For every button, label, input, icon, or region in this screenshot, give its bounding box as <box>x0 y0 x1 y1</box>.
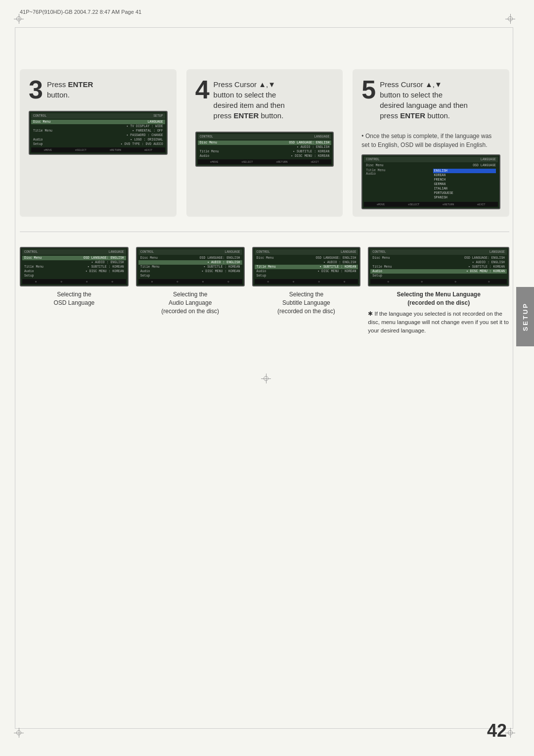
step-5-number: 5 <box>361 79 376 102</box>
step-3-row-2: • TV DISPLAY : WIDE <box>31 124 165 129</box>
step-4-row-2: • AUDIO : ENGLISH <box>198 145 332 149</box>
step-4-row-4: Audio• DISC MENU : KOREAN <box>198 154 332 158</box>
step-3-row-4: • PASSWORD : CHANGE <box>31 133 165 138</box>
step-4-row-3: Title Menu• SUBTITLE : KOREAN <box>198 149 332 154</box>
bottom-label-menu: Selecting the Menu Language(recorded on … <box>397 290 480 307</box>
step-3-row-5: Audio• LOGO : ORIGINAL <box>31 138 165 142</box>
step-3-text: Press ENTERbutton. <box>47 79 168 100</box>
lang-french: FRENCH <box>433 178 496 182</box>
bottom-item-menu: CONTROL LANGUAGE Disc MenuOSD LANGUAGE: … <box>368 247 509 335</box>
lang-german: GERMAN <box>433 182 496 187</box>
step-4-screen: CONTROL LANGUAGE Disc MenuOSD LANGUAGE: … <box>195 132 334 167</box>
lang-korean: KOREAN <box>433 173 496 178</box>
step-3-screen-header: CONTROL SETUP <box>31 113 165 119</box>
header-text: 41P~76P(910HD)-GB 2004.7.22 8:47 AM Page… <box>20 9 141 15</box>
step-5-footer: ⊙MOVE ⊙SELECT ⊙RETURN ⊙EXIT <box>364 202 498 207</box>
step-5-note: • Once the setup is complete, if the lan… <box>361 132 500 149</box>
step-3-row-1: Disc MenuLANGUAGE <box>31 120 165 124</box>
setup-label: SETUP <box>522 302 529 331</box>
crosshair-br <box>505 728 515 738</box>
step-4-footer: ⊙MOVE ⊙SELECT ⊙RETURN ⊙EXIT <box>198 159 332 164</box>
step-3-box: 3 Press ENTERbutton. CONTROL SETUP Disc … <box>20 69 177 217</box>
bottom-note-menu: ✱ If the language you selected is not re… <box>368 310 509 335</box>
steps-row: 3 Press ENTERbutton. CONTROL SETUP Disc … <box>20 69 509 217</box>
step-3-screen: CONTROL SETUP Disc MenuLANGUAGE • TV DIS… <box>29 111 168 155</box>
bottom-screen-audio: CONTROL LANGUAGE Disc MenuOSD LANGUAGE: … <box>136 247 245 286</box>
divider <box>20 232 509 232</box>
lang-italian: ITALIAN <box>433 187 496 191</box>
step-5-text: Press Cursor ▲,▼button to select thedesi… <box>380 79 500 121</box>
bottom-label-subtitle: Selecting theSubtitle Language(recorded … <box>277 290 335 315</box>
step-5-content: Title Menu Audio ENGLISH KOREAN FRENCH G… <box>364 168 498 201</box>
step-3-row-6: Setup• DVD TYPE : DVD AUDIO <box>31 142 165 146</box>
step-5-row-osd: Disc MenuOSD LANGUAGE <box>364 163 498 168</box>
step-4-row-1: Disc MenuOSD LANGUAGE: ENGLISH <box>198 141 332 145</box>
step-5-left: Title Menu Audio <box>364 168 431 201</box>
bottom-item-osd: CONTROL LANGUAGE Disc MenuOSD LANGUAGE: … <box>20 247 129 307</box>
step-4-screen-header: CONTROL LANGUAGE <box>198 134 332 140</box>
bottom-section: CONTROL LANGUAGE Disc MenuOSD LANGUAGE: … <box>20 247 509 335</box>
step-5-screen-header: CONTROL LANGUAGE <box>364 157 498 162</box>
bottom-screen-menu: CONTROL LANGUAGE Disc MenuOSD LANGUAGE: … <box>368 247 509 286</box>
page-number: 42 <box>487 720 507 741</box>
crosshair-tl <box>14 14 24 24</box>
bottom-screen-subtitle: CONTROL LANGUAGE Disc MenuOSD LANGUAGE: … <box>252 247 361 286</box>
step-4-box: 4 Press Cursor ▲,▼button to select thede… <box>186 69 343 217</box>
lang-portuguese: PORTUGUESE <box>433 191 496 195</box>
bottom-label-audio: Selecting theAudio Language(recorded on … <box>161 290 219 315</box>
step-5-box: 5 Press Cursor ▲,▼button to select thede… <box>353 69 509 217</box>
crosshair-bl <box>14 728 24 738</box>
step-4-text: Press Cursor ▲,▼button to select thedesi… <box>214 79 334 121</box>
header-bar: 41P~76P(910HD)-GB 2004.7.22 8:47 AM Page… <box>20 9 514 15</box>
lang-list: ENGLISH KOREAN FRENCH GERMAN ITALIAN POR… <box>431 168 498 201</box>
bottom-item-audio: CONTROL LANGUAGE Disc MenuOSD LANGUAGE: … <box>136 247 245 315</box>
lang-spanish: SPANISH <box>433 195 496 200</box>
bottom-item-subtitle: CONTROL LANGUAGE Disc MenuOSD LANGUAGE: … <box>252 247 361 315</box>
step-3-number: 3 <box>29 79 43 102</box>
crosshair-tr <box>505 14 515 24</box>
bottom-label-osd: Selecting theOSD Language <box>54 290 95 307</box>
lang-english: ENGLISH <box>433 169 496 173</box>
setup-tab: SETUP <box>516 287 534 346</box>
step-3-row-3: Title Menu• PARENTAL : OFF <box>31 129 165 133</box>
step-3-footer: ⊙MOVE ⊙SELECT ⊙RETURN ⊙EXIT <box>31 147 165 152</box>
main-content: 3 Press ENTERbutton. CONTROL SETUP Disc … <box>20 30 509 726</box>
bottom-screen-osd: CONTROL LANGUAGE Disc MenuOSD LANGUAGE: … <box>20 247 129 286</box>
step-5-screen: CONTROL LANGUAGE Disc MenuOSD LANGUAGE T… <box>361 154 500 209</box>
step-4-number: 4 <box>195 79 210 102</box>
